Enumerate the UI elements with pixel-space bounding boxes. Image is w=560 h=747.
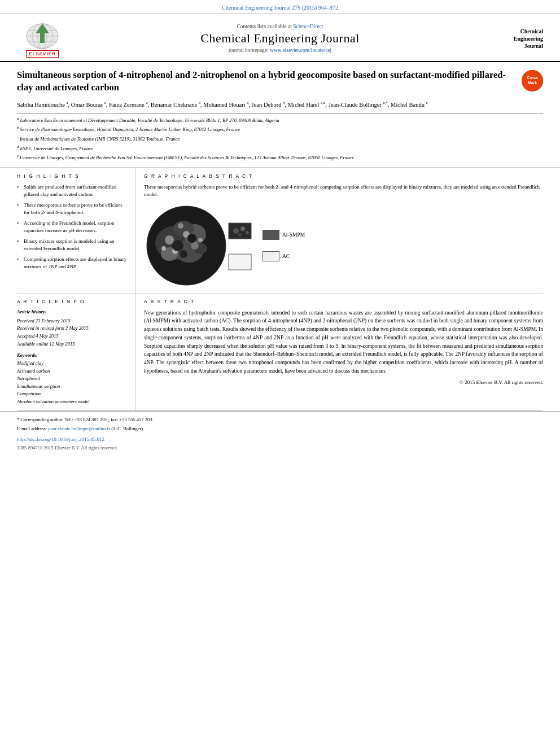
journal-citation: Chemical Engineering Journal 279 (2015) … (222, 5, 338, 11)
accepted-date: Accepted 4 May 2015 (17, 333, 129, 340)
abstract-text: New generations of hydrophobic composite… (144, 309, 543, 375)
affiliation-e: e Université de Limoges, Groupement de R… (17, 153, 543, 161)
keyword-2: Activated carbon (17, 368, 129, 375)
svg-point-30 (238, 233, 242, 237)
highlights-header: H I G H L I G H T S (17, 173, 129, 179)
elsevier-text: ELSEVIER (26, 50, 59, 58)
affiliation-divider (17, 113, 543, 113)
svg-point-29 (240, 226, 245, 231)
ga-label-ac-text: AC (282, 254, 290, 259)
article-info-column: A R T I C L E I N F O Article history: R… (6, 294, 135, 410)
crossmark-badge: Cross Mark (522, 70, 543, 91)
authors-line: Sabiha Hamidouche a, Omar Bouras a, Faiz… (17, 100, 543, 110)
keyword-4: Simultaneous sorption (17, 383, 129, 391)
received-date: Received 23 February 2015 (17, 317, 129, 325)
article-title-section: Cross Mark Simultaneous sorption of 4-ni… (0, 62, 560, 168)
highlights-graphical-section: H I G H L I G H T S Solids are produced … (0, 168, 560, 294)
highlights-column: H I G H L I G H T S Solids are produced … (6, 168, 135, 294)
svg-point-31 (246, 231, 249, 234)
ga-label-ac: AC (262, 251, 305, 261)
copyright-line: © 2015 Elsevier B.V. All rights reserved… (144, 379, 543, 385)
journal-logo-area: ELSEVIER (17, 19, 73, 58)
available-date: Available online 12 May 2015 (17, 340, 129, 348)
globe-icon (24, 19, 61, 50)
homepage-line: journal homepage: www.elsevier.com/locat… (73, 47, 487, 53)
received-revised-date: Received in revised form 2 May 2015 (17, 325, 129, 333)
crossmark-icon: Cross Mark (522, 70, 543, 91)
highlight-2: These mesoporous sorbents prove to be ef… (17, 202, 129, 216)
svg-rect-32 (229, 254, 251, 270)
journal-header-center: Contents lists available at ScienceDirec… (73, 24, 487, 53)
page-container: Chemical Engineering Journal 279 (2015) … (0, 0, 560, 747)
affiliation-d: d ESPE, Université de Limoges, France (17, 144, 543, 152)
ga-label-box-dark (262, 230, 279, 240)
highlight-4: Binary mixture sorption is modeled using… (17, 238, 129, 252)
journal-name-right: ChemicalEngineeringJournal (514, 28, 543, 49)
ga-label-box-light (262, 251, 279, 261)
highlight-5: Competing sorption effects are displayed… (17, 256, 129, 270)
graphical-abstract-column: G R A P H I C A L A B S T R A C T These … (135, 168, 554, 294)
abstract-column: A B S T R A C T New generations of hydro… (135, 294, 554, 410)
crossmark-container: Cross Mark (522, 70, 543, 91)
svg-point-23 (161, 246, 166, 251)
graphical-abstract-svg (144, 203, 257, 288)
svg-point-17 (165, 235, 174, 244)
email-address[interactable]: jean-claude.bollinger@unilim.fr (48, 426, 110, 431)
homepage-url: www.elsevier.com/locate/cej (270, 47, 331, 53)
affiliation-b: b Service de Pharmacologie-Toxicologie, … (17, 125, 543, 133)
contents-line: Contents lists available at ScienceDirec… (73, 24, 487, 29)
email-label: E-mail address: (17, 426, 47, 431)
sciencedirect-link[interactable]: ScienceDirect (293, 24, 323, 29)
corresponding-note: * Corresponding author. Tel.: +33 624 30… (17, 416, 543, 424)
doi-line[interactable]: http://dx.doi.org/10.1016/j.cej.2015.05.… (17, 435, 543, 443)
svg-point-26 (180, 250, 187, 258)
journal-header-right: ChemicalEngineeringJournal (487, 28, 543, 50)
journal-title: Chemical Engineering Journal (73, 31, 487, 46)
keyword-6: Abraham solvation parameters model (17, 398, 129, 406)
keywords-label: Keywords: (17, 352, 129, 358)
svg-point-28 (233, 228, 239, 234)
article-main-title: Simultaneous sorption of 4-nitrophenol a… (17, 69, 543, 94)
email-line: E-mail address: jean-claude.bollinger@un… (17, 425, 543, 433)
journal-top-bar: Chemical Engineering Journal 279 (2015) … (0, 0, 560, 14)
graphical-abstract-header: G R A P H I C A L A B S T R A C T (144, 173, 543, 179)
ga-label-al-smpm: Al-SMPM (262, 230, 305, 240)
keyword-1: Modified clay (17, 360, 129, 368)
graphical-abstract-text: These mesoporous hybrid sorbents prove t… (144, 184, 543, 199)
svg-text:Mark: Mark (528, 81, 537, 85)
svg-point-25 (187, 234, 196, 243)
elsevier-logo: ELSEVIER (17, 19, 68, 58)
article-info-header: A R T I C L E I N F O (17, 299, 129, 304)
journal-header: ELSEVIER Contents lists available at Sci… (0, 14, 560, 62)
svg-point-22 (198, 238, 203, 242)
affiliation-a: a Laboratoire Eau Environnement et Dével… (17, 116, 543, 124)
email-suffix: (J.-C. Bollinger). (111, 426, 144, 431)
graphical-abstract-image: Al-SMPM AC (144, 203, 543, 288)
article-info-abstract-section: A R T I C L E I N F O Article history: R… (0, 294, 560, 410)
homepage-label: journal homepage: (229, 47, 269, 53)
highlight-1: Solids are produced from surfactant-modi… (17, 184, 129, 198)
footer-section: * Corresponding author. Tel.: +33 624 30… (0, 411, 560, 457)
highlight-3: According to the Freundlich model, sorpt… (17, 220, 129, 234)
svg-point-24 (172, 240, 183, 251)
ga-label-al-smpm-text: Al-SMPM (282, 232, 305, 238)
contents-text: Contents lists available at (237, 24, 291, 29)
svg-text:Cross: Cross (527, 76, 538, 80)
keyword-5: Competition (17, 390, 129, 398)
ga-labels: Al-SMPM AC (262, 230, 305, 261)
abstract-header: A B S T R A C T (144, 299, 543, 304)
issn-line: 1385-8947/© 2015 Elsevier B.V. All right… (17, 444, 543, 452)
keyword-3: Nitrophenol (17, 375, 129, 383)
svg-point-19 (191, 242, 199, 250)
article-history-label: Article history: (17, 309, 129, 314)
svg-point-21 (178, 223, 183, 229)
affiliation-c: c Institut de Mathématiques de Toulouse … (17, 134, 543, 143)
